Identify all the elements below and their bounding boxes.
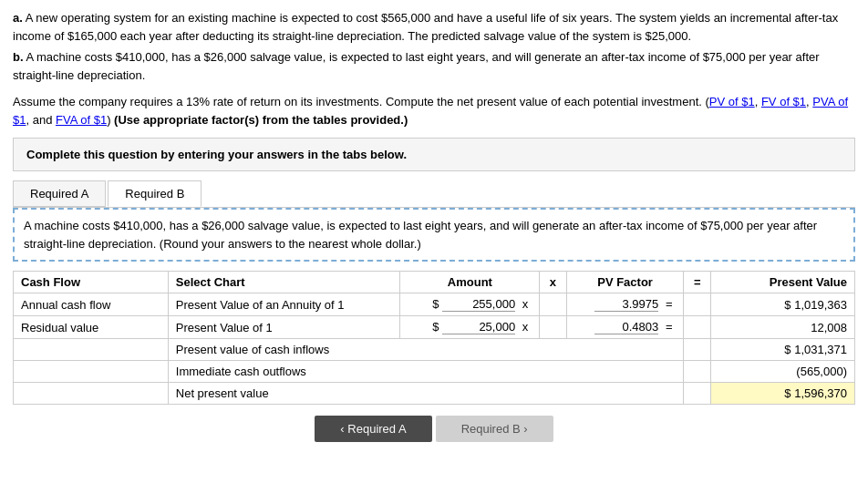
table-header-row: Cash Flow Select Chart Amount x PV Facto… [14,272,855,293]
subtotal-eq-inflows [684,339,711,361]
x-symbol-annual: x [519,297,532,311]
intro-part-a: a. A new operating system for an existin… [13,9,855,45]
subtotal-empty-3 [14,383,169,405]
pv-factor-annual: = [566,293,684,316]
eq-symbol-annual: = [662,297,677,311]
subtotal-eq-outflows [684,361,711,383]
subtotal-eq-npv [684,383,711,405]
table-section: Cash Flow Select Chart Amount x PV Facto… [13,271,855,405]
pv-factor-residual: = [566,316,684,339]
col-amount: Amount [400,272,540,293]
complete-box: Complete this question by entering your … [13,138,855,171]
subtotal-empty-1 [14,339,169,361]
subtotal-row-npv: Net present value $ 1,596,370 [14,383,855,405]
subtotal-value-inflows: $ 1,031,371 [711,339,855,361]
select-chart-residual: Present Value of 1 [168,316,400,339]
cash-flow-annual: Annual cash flow [14,293,169,316]
tab-required-a[interactable]: Required A [13,180,106,207]
table-row: Residual value Present Value of 1 $ x = … [14,316,855,339]
select-chart-annual: Present Value of an Annuity of 1 [168,293,400,316]
subtotal-empty-2 [14,361,169,383]
subtotal-value-npv: $ 1,596,370 [711,383,855,405]
tabs-row: Required A Required B [13,180,855,207]
x-col-annual [540,293,566,316]
amount-residual-input[interactable] [442,320,515,334]
eq-col-annual [684,293,711,316]
label-a: a. [13,11,23,25]
col-present-value: Present Value [711,272,855,293]
pv-factor-annual-input[interactable] [594,297,658,312]
subtotal-label-npv: Net present value [168,383,684,405]
col-eq: = [684,272,711,293]
x-symbol-residual: x [519,320,532,334]
subtotal-label-inflows: Present value of cash inflows [168,339,684,361]
table-row: Annual cash flow Present Value of an Ann… [14,293,855,316]
intro-section: a. A new operating system for an existin… [13,9,855,84]
pv-annual: $ 1,019,363 [711,293,855,316]
pv-residual: 12,008 [711,316,855,339]
amount-annual: $ x [400,293,540,316]
chevron-right-icon: › [523,422,527,436]
col-select-chart: Select Chart [168,272,400,293]
pv-factor-residual-input[interactable] [594,320,658,334]
amount-residual: $ x [400,316,540,339]
subtotal-row-inflows: Present value of cash inflows $ 1,031,37… [14,339,855,361]
tab-content: A machine costs $410,000, has a $26,000 … [13,208,855,262]
pv-link[interactable]: PV of $1 [709,95,755,108]
col-cash-flow: Cash Flow [14,272,169,293]
nav-buttons: ‹ Required A Required B › [13,416,855,442]
subtotal-row-outflows: Immediate cash outflows (565,000) [14,361,855,383]
fva-link[interactable]: FVA of $1 [56,113,107,127]
label-b: b. [13,50,24,64]
tab-required-b[interactable]: Required B [108,180,202,207]
amount-annual-input[interactable] [442,297,515,312]
required-b-button[interactable]: Required B › [436,416,553,442]
col-pv-factor: PV Factor [566,272,684,293]
intro-part-b: b. A machine costs $410,000, has a $26,0… [13,48,855,84]
assume-section: Assume the company requires a 13% rate o… [13,93,855,129]
subtotal-label-outflows: Immediate cash outflows [168,361,684,383]
eq-symbol-residual: = [662,320,677,334]
x-col-residual [540,316,566,339]
chevron-left-icon: ‹ [340,422,344,436]
tabs-container: Required A Required B [13,180,855,208]
fv-link[interactable]: FV of $1 [761,95,806,108]
subtotal-value-outflows: (565,000) [711,361,855,383]
eq-col-residual [684,316,711,339]
col-x: x [540,272,566,293]
cash-flow-residual: Residual value [14,316,169,339]
bold-instruction: (Use appropriate factor(s) from the tabl… [114,113,408,127]
main-table: Cash Flow Select Chart Amount x PV Facto… [13,271,855,405]
required-a-button[interactable]: ‹ Required A [315,416,431,442]
